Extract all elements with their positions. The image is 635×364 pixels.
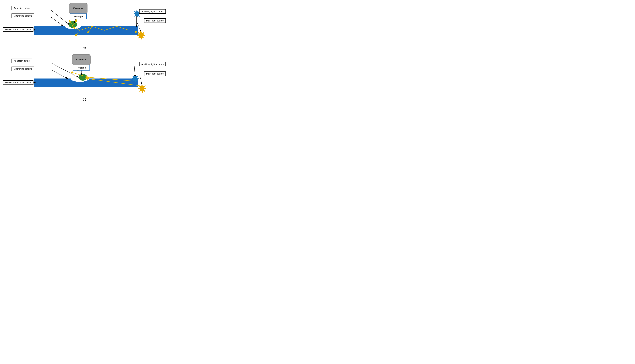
- footage-label-b: Footage: [73, 65, 90, 70]
- svg-rect-16: [34, 78, 138, 88]
- svg-line-6: [73, 20, 77, 26]
- camera-box-b: Cameras Footage: [72, 54, 91, 70]
- svg-point-17: [71, 75, 89, 82]
- camera-label-b: Cameras: [72, 54, 91, 65]
- svg-line-9: [51, 17, 63, 26]
- svg-point-18: [79, 74, 87, 81]
- svg-line-28: [140, 75, 142, 85]
- camera-label-a: Cameras: [69, 3, 88, 14]
- svg-point-1: [65, 22, 81, 29]
- svg-line-8: [51, 10, 69, 24]
- svg-line-12: [137, 22, 141, 32]
- svg-line-22: [71, 72, 83, 76]
- camera-box-a: Cameras Footage: [69, 3, 88, 19]
- svg-marker-30: [131, 75, 139, 83]
- svg-line-25: [51, 70, 68, 78]
- svg-line-3: [88, 26, 92, 33]
- label-adhesion-defect-b: Adhesion defect: [12, 58, 32, 63]
- diagram-b-caption: (b): [3, 98, 166, 101]
- label-machining-defects-b: Machining defects: [12, 66, 34, 71]
- label-main-light-b: Main light source: [144, 72, 166, 76]
- label-mobile-glass-a: Mobile phone cover glass: [3, 27, 34, 32]
- svg-line-20: [85, 77, 134, 81]
- svg-line-5: [69, 20, 73, 26]
- label-adhesion-defect-a: Adhesion defect: [12, 6, 32, 10]
- svg-line-4: [75, 30, 80, 36]
- svg-marker-15: [137, 31, 145, 40]
- diagram-b: Adhesion defect Machining defects Mobile…: [3, 54, 166, 101]
- label-aux-light-a: Auxiliary light sources: [139, 9, 166, 14]
- label-main-light-a: Main light source: [144, 18, 166, 23]
- svg-marker-31: [138, 84, 146, 93]
- diagram-a-caption: (a): [3, 46, 166, 50]
- svg-line-27: [134, 66, 135, 77]
- diagram-b-canvas: Adhesion defect Machining defects Mobile…: [3, 54, 166, 97]
- svg-point-2: [69, 21, 77, 28]
- diagram-a-canvas: Adhesion defect Machining defects Mobile…: [3, 3, 166, 46]
- diagram-a: Adhesion defect Machining defects Mobile…: [3, 3, 166, 50]
- label-aux-light-b: Auxiliary light sources: [139, 62, 166, 66]
- svg-line-19: [86, 78, 140, 86]
- label-mobile-glass-b: Mobile phone cover glass: [3, 80, 34, 85]
- footage-label-a: Footage: [70, 14, 87, 19]
- svg-rect-0: [34, 26, 138, 35]
- label-machining-defects-a: Machining defects: [12, 14, 34, 18]
- main-container: Adhesion defect Machining defects Mobile…: [3, 3, 166, 101]
